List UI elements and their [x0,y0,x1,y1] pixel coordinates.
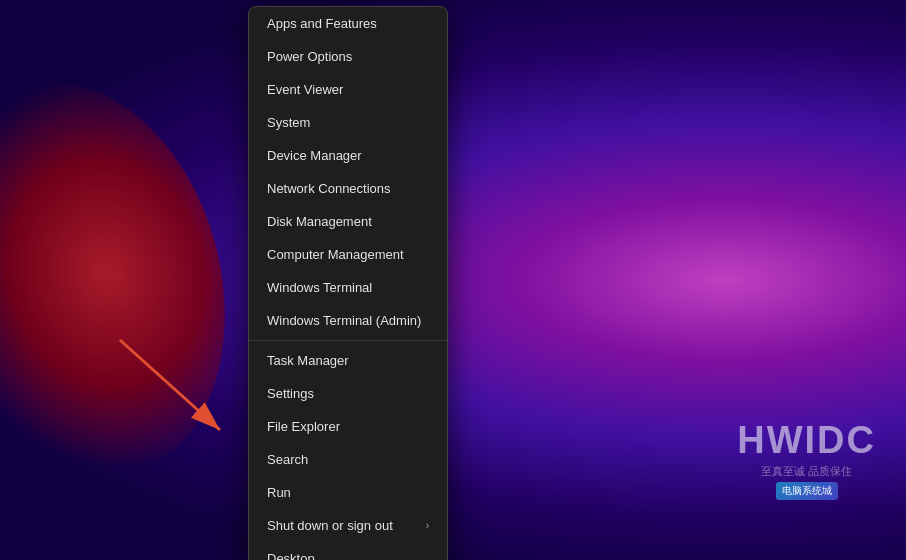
watermark-subtitle: 至真至诚 品质保住 [737,464,876,479]
menu-item-label-settings: Settings [267,386,314,401]
menu-item-label-run: Run [267,485,291,500]
menu-item-label-windows-terminal: Windows Terminal [267,280,372,295]
menu-item-label-task-manager: Task Manager [267,353,349,368]
menu-item-computer-management[interactable]: Computer Management [249,238,447,271]
menu-item-label-windows-terminal-admin: Windows Terminal (Admin) [267,313,421,328]
menu-item-windows-terminal-admin[interactable]: Windows Terminal (Admin) [249,304,447,337]
menu-item-device-manager[interactable]: Device Manager [249,139,447,172]
submenu-chevron-icon: › [426,520,429,531]
menu-item-disk-management[interactable]: Disk Management [249,205,447,238]
menu-item-label-system: System [267,115,310,130]
context-menu: Apps and FeaturesPower OptionsEvent View… [248,6,448,560]
menu-item-label-apps-features: Apps and Features [267,16,377,31]
menu-item-windows-terminal[interactable]: Windows Terminal [249,271,447,304]
menu-item-settings[interactable]: Settings [249,377,447,410]
menu-item-label-device-manager: Device Manager [267,148,362,163]
menu-item-label-search: Search [267,452,308,467]
menu-item-file-explorer[interactable]: File Explorer [249,410,447,443]
menu-item-power-options[interactable]: Power Options [249,40,447,73]
menu-item-label-power-options: Power Options [267,49,352,64]
menu-item-label-network-connections: Network Connections [267,181,391,196]
desktop: HWIDC 至真至诚 品质保住 电脑系统城 [0,0,906,560]
menu-item-desktop[interactable]: Desktop [249,542,447,560]
menu-item-run[interactable]: Run [249,476,447,509]
menu-item-label-file-explorer: File Explorer [267,419,340,434]
menu-item-label-shut-down-sign-out: Shut down or sign out [267,518,393,533]
menu-item-label-disk-management: Disk Management [267,214,372,229]
menu-item-event-viewer[interactable]: Event Viewer [249,73,447,106]
menu-item-search[interactable]: Search [249,443,447,476]
decorative-orb [0,51,267,510]
watermark: HWIDC 至真至诚 品质保住 电脑系统城 [737,419,876,500]
menu-item-system[interactable]: System [249,106,447,139]
menu-item-shut-down-sign-out[interactable]: Shut down or sign out› [249,509,447,542]
menu-item-network-connections[interactable]: Network Connections [249,172,447,205]
menu-item-label-computer-management: Computer Management [267,247,404,262]
menu-item-apps-features[interactable]: Apps and Features [249,7,447,40]
watermark-title: HWIDC [737,419,876,462]
menu-item-task-manager[interactable]: Task Manager [249,344,447,377]
menu-divider [249,340,447,341]
menu-item-label-desktop: Desktop [267,551,315,560]
menu-item-label-event-viewer: Event Viewer [267,82,343,97]
watermark-badge: 电脑系统城 [776,482,838,500]
